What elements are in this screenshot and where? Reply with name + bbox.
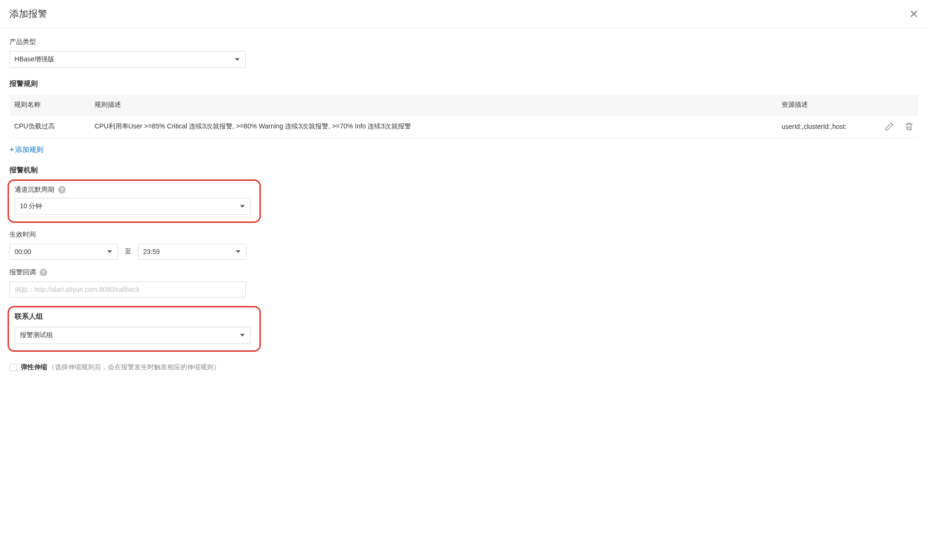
effective-time-label: 生效时间 [9,230,919,239]
alarm-mechanism-heading: 报警机制 [9,166,919,175]
col-header-actions [871,95,919,115]
chevron-down-icon [240,334,245,337]
product-type-select[interactable]: HBase增强版 [9,51,246,68]
elastic-scaling-checkbox[interactable] [9,364,17,371]
effective-time-start-select[interactable]: 00:00 [9,244,118,260]
time-separator: 至 [125,247,131,256]
help-icon[interactable]: ? [40,269,47,276]
alarm-rules-heading: 报警规则 [9,79,919,88]
silence-period-label: 通道沉默周期 ? [15,186,254,194]
rule-desc-cell: CPU利用率User >=85% Critical 连续3次就报警, >=80%… [90,115,777,138]
alarm-rules-table: 规则名称 规则描述 资源描述 CPU负载过高 CPU利用率User >=85% … [9,95,919,138]
col-header-resource: 资源描述 [777,95,871,115]
effective-time-start: 00:00 [15,248,31,255]
col-header-desc: 规则描述 [90,95,777,115]
silence-period-value: 10 分钟 [20,202,42,211]
product-type-label: 产品类型 [9,38,919,46]
contact-group-highlight: 联系人组 报警测试组 [8,306,261,352]
table-row: CPU负载过高 CPU利用率User >=85% Critical 连续3次就报… [9,115,919,138]
chevron-down-icon [240,205,245,208]
delete-icon[interactable] [904,122,914,131]
silence-period-select[interactable]: 10 分钟 [15,198,251,215]
help-icon[interactable]: ? [58,186,66,194]
callback-label: 报警回调 ? [9,268,919,277]
silence-period-highlight: 通道沉默周期 ? 10 分钟 [8,179,261,223]
effective-time-end-select[interactable]: 23:59 [138,244,247,260]
elastic-scaling-hint: （选择伸缩规则后，会在报警发生时触发相应的伸缩规则） [48,363,220,372]
modal-title: 添加报警 [9,8,47,20]
contact-group-value: 报警测试组 [20,331,53,339]
plus-icon: + [9,145,14,154]
add-alarm-modal: 添加报警 ✕ 产品类型 HBase增强版 报警规则 规则名称 规则描述 资源描述 [0,0,928,381]
close-icon[interactable]: ✕ [909,8,919,20]
col-header-name: 规则名称 [9,95,90,115]
contact-group-select[interactable]: 报警测试组 [15,327,251,344]
chevron-down-icon [107,250,112,253]
elastic-scaling-row: 弹性伸缩 （选择伸缩规则后，会在报警发生时触发相应的伸缩规则） [9,363,919,372]
modal-body: 产品类型 HBase增强版 报警规则 规则名称 规则描述 资源描述 CPU负载过… [0,28,928,381]
edit-icon[interactable] [885,122,894,131]
contact-group-heading: 联系人组 [15,312,254,321]
callback-input[interactable] [9,281,246,297]
rule-resource-cell: userId:,clusterId:,host: [777,115,871,138]
chevron-down-icon [235,58,240,61]
elastic-scaling-label: 弹性伸缩 [21,363,47,372]
product-type-value: HBase增强版 [15,55,54,64]
add-rule-text: 添加规则 [15,145,43,154]
add-rule-link[interactable]: + 添加规则 [9,145,43,154]
modal-header: 添加报警 ✕ [0,0,928,28]
chevron-down-icon [236,250,241,253]
effective-time-end: 23:59 [143,248,160,255]
rule-name-cell: CPU负载过高 [9,115,90,138]
